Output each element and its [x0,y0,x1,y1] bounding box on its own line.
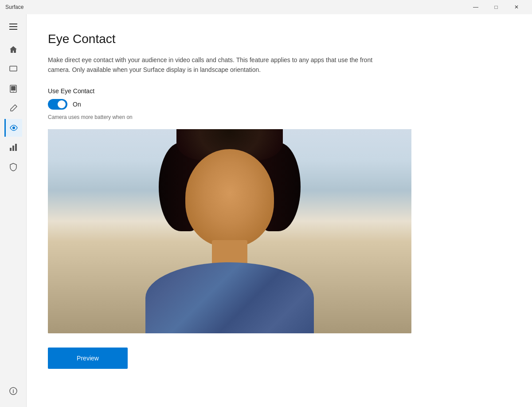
page-title: Eye Contact [48,32,511,46]
toggle-track [48,99,67,110]
window-controls: — □ ✕ [466,0,527,14]
eye-icon [9,123,18,132]
display-icon [9,65,18,74]
eye-contact-toggle[interactable] [48,99,67,110]
hamburger-line-1 [9,24,17,24]
hamburger-button[interactable] [4,18,22,36]
shield-icon [9,162,18,171]
title-bar: Surface — □ ✕ [0,0,532,14]
app-title: Surface [5,4,23,10]
svg-rect-0 [10,66,17,71]
toggle-thumb [58,100,66,108]
toggle-row: On [48,99,511,110]
close-button[interactable]: ✕ [506,0,527,14]
sidebar-bottom [4,382,22,402]
person-face [185,149,274,247]
description-text: Make direct eye contact with your audien… [48,55,380,75]
app-container: Eye Contact Make direct eye contact with… [0,14,532,407]
camera-preview [48,129,411,333]
info-icon [9,387,18,395]
sidebar [0,14,27,407]
svg-point-4 [12,126,15,129]
maximize-button[interactable]: □ [486,0,506,14]
minimize-button[interactable]: — [466,0,486,14]
svg-rect-2 [11,86,16,91]
hamburger-line-3 [9,29,17,30]
home-icon [9,45,18,54]
toggle-state-label: On [73,101,81,108]
hamburger-line-2 [9,26,17,27]
battery-note: Camera uses more battery when on [48,114,511,120]
sidebar-item-home[interactable] [4,41,22,59]
svg-rect-7 [15,144,17,151]
setting-label: Use Eye Contact [48,87,511,95]
person-shirt [145,262,314,333]
svg-rect-5 [10,148,12,151]
pen-icon [9,104,18,113]
sidebar-item-pen[interactable] [4,99,22,117]
sidebar-item-device[interactable] [4,80,22,98]
sidebar-item-display[interactable] [4,60,22,78]
device-icon [9,84,18,93]
main-content: Eye Contact Make direct eye contact with… [27,14,532,407]
svg-point-3 [13,91,14,92]
svg-rect-6 [12,146,14,151]
sidebar-item-security[interactable] [4,158,22,176]
stats-icon [9,143,18,152]
info-button[interactable] [4,382,22,400]
preview-button[interactable]: Preview [48,348,128,369]
sidebar-item-eye-contact[interactable] [4,119,22,137]
sidebar-item-stats[interactable] [4,138,22,156]
